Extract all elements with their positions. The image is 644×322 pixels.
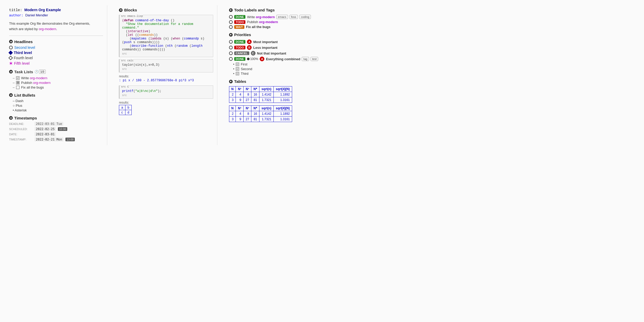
intro-text: This example Org file demonstrates the O… [9, 21, 103, 32]
timestamps-label: Timestamps [14, 116, 37, 120]
priority-row-cancel-not: CANCEL C Not that important [229, 51, 323, 56]
not-important-text: Not that important [257, 51, 286, 55]
code-lang-calc-bottom: src [122, 68, 210, 71]
code-lang-calc: src calc [121, 59, 133, 62]
check-item-first: • ☑ First [233, 62, 323, 66]
todo-row-todo-publish: TODO Publish org-modern [229, 20, 323, 24]
ts-date: DATE: 2022-03-01 [9, 132, 103, 136]
task-item-fix: – Fix all the bugs [13, 85, 103, 89]
fix-bugs-text: Fix all the bugs [246, 25, 271, 29]
td-27-b: 27 [244, 117, 251, 122]
results-1: results: : pi x / 180 - 2.85779606768e-8… [119, 75, 213, 82]
checkbox-first-icon: ☑ [236, 63, 239, 66]
td-4: 4 [236, 92, 244, 97]
code-block-calc: src calc taylor(sin(x),x=0,3) src [119, 59, 213, 72]
radio-filled-icon [9, 40, 13, 43]
todo-labels-heading: Todo Labels and Tags [229, 8, 323, 12]
td-2-b: 2 [229, 111, 236, 117]
priority-b-icon: B [247, 45, 252, 50]
table-row-3: 3 9 27 81 1.7321 1.3161 [229, 117, 292, 122]
priorities-heading: Priorities [229, 32, 323, 37]
td-16: 16 [251, 92, 259, 97]
results-2-label: results: [119, 101, 213, 104]
author-line: author: Daniel Mendler [9, 13, 103, 17]
radio-empty-priority-icon-4 [229, 57, 233, 61]
org-modern-link[interactable]: org-modern [39, 27, 56, 31]
table-row: a b [119, 105, 131, 110]
calc-code: taylor(sin(x),x=0,3) [122, 63, 210, 67]
most-important-text: Most important [253, 40, 278, 44]
tables-heading: Tables [229, 79, 323, 84]
everything-combined-text: Everything combined [266, 57, 300, 61]
radio-filled-priorities-icon [229, 33, 233, 37]
th-n: N [229, 86, 236, 92]
check-first-label: First [241, 62, 247, 66]
table-header-row-2: N N² N³ N⁴ sqrt(n) sqrt[4](N) [229, 106, 292, 111]
badge-done-everything: DONE [234, 57, 246, 61]
td-1-7321: 1.7321 [259, 97, 274, 103]
th-n4: N⁴ [251, 86, 259, 92]
headlines-h5-label: Fifth level [14, 61, 30, 65]
task-item-write: – ☑ Write org-modern [13, 76, 103, 80]
ts-scheduled: SCHEDULED: 2022-02-25 10:00 [9, 127, 103, 131]
td-1-4142: 1.4142 [259, 92, 274, 97]
title-line: title: Modern Org Example [9, 8, 103, 12]
radio-empty-priority-icon [229, 40, 233, 44]
th-sqrt-n-2: sqrt(n) [259, 106, 274, 111]
td-3: 3 [229, 97, 236, 103]
table-row: 2 4 8 16 1.4142 1.1892 [229, 92, 292, 97]
list-bullets-heading: List Bullets [9, 93, 103, 97]
headlines-h1: Headlines [9, 39, 103, 44]
radio-filled-tables-icon [229, 80, 233, 83]
radio-empty-priority-icon-3 [229, 51, 233, 55]
org-modern-task-link-2[interactable]: org-modern [33, 81, 50, 85]
org-modern-todo-link-2[interactable]: org-modern [259, 20, 278, 24]
clock-icon: 🕐 [35, 70, 38, 73]
td-3-b: 3 [229, 117, 236, 122]
td-9: 9 [236, 97, 244, 103]
radio-filled-icon-2 [9, 70, 13, 73]
checkbox-half-icon: ⊟ [16, 81, 19, 84]
author-value: Daniel Mendler [25, 13, 48, 17]
th-n3-2: N³ [244, 106, 251, 111]
diamond-empty-icon [9, 56, 13, 60]
th-sqrt4-n-2: sqrt[4](N) [274, 106, 292, 111]
ts-timestamp-time: 13:00 [65, 138, 75, 141]
code-lang-c-bottom: src [122, 94, 210, 97]
table-row-2: 2 4 8 16 1.4142 1.1892 [229, 111, 292, 117]
title-label: title: [9, 8, 22, 12]
column-1: title: Modern Org Example author: Daniel… [5, 5, 107, 145]
td-16-b: 16 [251, 111, 259, 117]
diamond-filled-icon [9, 50, 13, 55]
org-modern-task-link[interactable]: org-modern [30, 76, 47, 80]
th-sqrt-n: sqrt(n) [259, 86, 274, 92]
percent-dot-icon [247, 58, 250, 60]
td-81: 81 [251, 97, 259, 103]
todo-row-wait-fix: WAIT Fix all the bugs [229, 25, 323, 29]
ts-deadline-label: DEADLINE: [9, 122, 32, 125]
tag-test: test [311, 57, 318, 61]
todo-row-done-write: DONE Write org-modern emacs foss coding [229, 15, 323, 19]
check-item-second: • ☑ Second [233, 67, 323, 71]
badge-todo: TODO [234, 20, 246, 24]
less-important-text: Less important [253, 46, 277, 50]
td-8-b: 8 [244, 111, 251, 117]
th-n-2: N [229, 106, 236, 111]
priority-a-everything-icon: A [260, 57, 264, 61]
ts-timestamp-label: TIMESTAMP: [9, 138, 32, 141]
ts-scheduled-time: 10:00 [58, 127, 67, 131]
td-1-7321-b: 1.7321 [259, 117, 274, 122]
tag-emacs: emacs [276, 15, 288, 19]
clock-counter: 🕐 1/3 [35, 70, 45, 74]
priorities-section: Priorities DONE A Most important TODO B … [229, 32, 323, 76]
badge-done: DONE [234, 15, 246, 19]
td-8: 8 [244, 92, 251, 97]
td-1-3161-b: 1.3161 [274, 117, 292, 122]
radio-filled-icon-4 [9, 116, 13, 120]
org-modern-todo-link[interactable]: org-modern [256, 15, 275, 19]
headlines-h4: Fourth level [9, 56, 103, 60]
checkbox-second-icon: ☑ [236, 67, 239, 71]
tag-foss: foss [290, 15, 298, 19]
timestamps-section: Timestamps DEADLINE: 2022-03-01 Tue SCHE… [9, 116, 103, 142]
radio-empty-todo-icon-3 [229, 25, 233, 29]
